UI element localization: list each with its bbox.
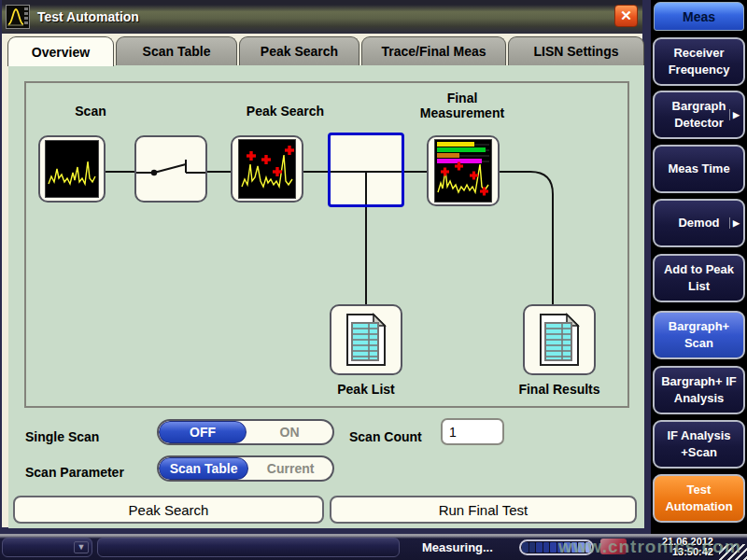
- status-bar: ▼ Measuring... 21.06.2012 13:50:42: [0, 534, 747, 560]
- tab-label: Peak Search: [261, 44, 338, 59]
- scan-parameter-label: Scan Parameter: [25, 465, 124, 480]
- peak-list-label: Peak List: [311, 382, 421, 397]
- final-measurement-stage-node[interactable]: [427, 135, 500, 206]
- junction-node-selected[interactable]: [328, 133, 404, 207]
- single-scan-toggle: OFF ON: [157, 419, 334, 445]
- progress-bar: [519, 539, 594, 555]
- receiver-app-icon: [6, 5, 30, 29]
- softkey-test-automation[interactable]: Test Automation: [653, 474, 745, 523]
- taskbar-button-left[interactable]: ▼: [2, 538, 92, 557]
- chevron-down-icon[interactable]: ▼: [74, 541, 89, 553]
- softkey-label: Meas Time: [668, 161, 729, 177]
- scan-stage-label: Scan: [39, 104, 142, 119]
- peak-search-trace-icon: [238, 139, 296, 199]
- single-scan-on-option[interactable]: ON: [247, 421, 332, 443]
- taskbar-button-main[interactable]: [97, 538, 400, 557]
- softkey-label: Bargraph+ Scan: [658, 318, 740, 351]
- single-scan-switch-node[interactable]: [134, 135, 207, 203]
- measurement-status-text: Measuring...: [422, 540, 493, 554]
- dialog-titlebar: Test Automation ✕: [2, 0, 642, 34]
- switch-icon: [136, 137, 205, 201]
- final-measurement-icon: [434, 139, 492, 203]
- scan-trace-icon: [45, 140, 99, 198]
- softkey-receiver-frequency[interactable]: Receiver Frequency: [653, 37, 745, 86]
- final-results-label: Final Results: [504, 382, 614, 397]
- softkey-demod[interactable]: Demod▶: [653, 199, 745, 247]
- submenu-arrow-icon: ▶: [729, 109, 740, 120]
- softkey-label: IF Analysis +Scan: [658, 427, 740, 460]
- single-scan-label: Single Scan: [25, 429, 99, 444]
- overview-tab-page: Scan Peak Search Final Measurement: [8, 65, 644, 528]
- scan-stage-node[interactable]: [38, 135, 106, 203]
- single-scan-off-option[interactable]: OFF: [159, 421, 247, 443]
- tab-scan-table[interactable]: Scan Table: [116, 36, 237, 65]
- junction-icon: [331, 135, 402, 204]
- peak-search-stage-label: Peak Search: [213, 104, 358, 119]
- scan-parameter-toggle: Scan Table Current: [157, 455, 334, 482]
- final-results-node[interactable]: [523, 304, 596, 375]
- peak-list-node[interactable]: [330, 304, 402, 375]
- tab-trace-final-meas[interactable]: Trace/Final Meas: [361, 36, 506, 65]
- final-measurement-stage-label: Final Measurement: [407, 91, 517, 120]
- close-icon[interactable]: ✕: [614, 5, 638, 27]
- tab-label: Trace/Final Meas: [381, 44, 486, 59]
- softkey-meas-time[interactable]: Meas Time: [653, 145, 745, 193]
- softkey-menu: Meas Receiver Frequency Bargraph Detecto…: [651, 0, 747, 534]
- softkey-label: Test Automation: [658, 482, 740, 514]
- softkey-add-to-peak-list[interactable]: Add to Peak List: [653, 254, 745, 302]
- tab-label: Scan Table: [143, 44, 211, 59]
- scan-count-input[interactable]: [441, 418, 504, 445]
- softkey-label: Demod: [678, 215, 719, 231]
- peak-search-button[interactable]: Peak Search: [13, 496, 324, 524]
- tab-label: Overview: [32, 45, 90, 60]
- softkey-menu-title: Meas: [654, 2, 744, 31]
- softkey-label: Bargraph+ IF Analysis: [658, 373, 740, 406]
- instrument-screen: Test Automation ✕ Overview Scan Table Pe…: [0, 0, 747, 560]
- resize-grip: [719, 544, 747, 560]
- dialog-title: Test Automation: [37, 9, 139, 24]
- scan-parameter-current-option[interactable]: Current: [248, 457, 332, 480]
- tab-lisn-settings[interactable]: LISN Settings: [508, 36, 644, 65]
- tab-bar: Overview Scan Table Peak Search Trace/Fi…: [7, 36, 648, 65]
- submenu-arrow-icon: ▶: [729, 217, 740, 229]
- peak-search-stage-node[interactable]: [231, 135, 303, 203]
- softkey-label: Bargraph Detector: [658, 98, 740, 131]
- time-text: 13:50:42: [662, 547, 713, 557]
- softkey-label: Add to Peak List: [658, 261, 740, 294]
- final-results-document-icon: [536, 313, 583, 367]
- flow-diagram-panel: Scan Peak Search Final Measurement: [24, 81, 629, 408]
- tab-label: LISN Settings: [533, 44, 618, 59]
- tab-peak-search[interactable]: Peak Search: [239, 36, 359, 65]
- date-time-display: 21.06.2012 13:50:42: [662, 537, 713, 557]
- scan-parameter-scan-table-option[interactable]: Scan Table: [159, 457, 248, 480]
- softkey-bargraph-if-analysis[interactable]: Bargraph+ IF Analysis: [653, 366, 745, 414]
- softkey-label: Receiver Frequency: [658, 45, 740, 77]
- tab-overview[interactable]: Overview: [7, 36, 114, 66]
- scan-count-label: Scan Count: [349, 429, 422, 444]
- peak-list-document-icon: [343, 313, 389, 367]
- softkey-if-analysis-scan[interactable]: IF Analysis +Scan: [653, 420, 745, 469]
- run-final-test-button[interactable]: Run Final Test: [330, 496, 637, 524]
- softkey-bargraph-detector[interactable]: Bargraph Detector▶: [653, 91, 745, 139]
- test-automation-dialog: Test Automation ✕ Overview Scan Table Pe…: [0, 0, 651, 534]
- softkey-bargraph-scan[interactable]: Bargraph+ Scan: [653, 311, 745, 359]
